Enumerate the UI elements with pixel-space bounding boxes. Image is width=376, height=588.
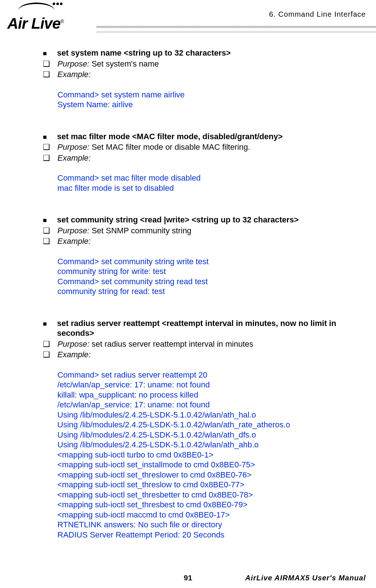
cli-section: ■ set system name <string up to 32 chara…: [43, 48, 369, 110]
bullet-hollow-icon: ❑: [43, 142, 51, 152]
command-title: set mac filter mode <MAC filter mode, di…: [57, 132, 369, 142]
page-body: ■ set system name <string up to 32 chara…: [43, 47, 369, 540]
bullet-hollow-icon: ❑: [43, 69, 51, 80]
logo-text: Air Live®: [7, 15, 64, 32]
output-line: RADIUS Server Reattempt Period: 20 Secon…: [57, 530, 369, 540]
output-line: Using /lib/modules/2.4.25-LSDK-5.1.0.42/…: [57, 410, 369, 420]
bullet-solid-icon: ■: [43, 132, 51, 141]
bullet-hollow-icon: ❑: [43, 59, 51, 69]
footer-manual-title: AirLive AIRMAX5 User's Manual: [245, 574, 366, 582]
output-line: Command> set community string write test: [57, 257, 369, 267]
example-label: Example:: [57, 236, 369, 246]
bullet-hollow-icon: ❑: [43, 226, 51, 236]
output-line: Using /lib/modules/2.4.25-LSDK-5.1.0.42/…: [57, 430, 369, 440]
example-output: Command> set mac filter mode disabled ma…: [57, 173, 369, 193]
purpose-line: Purpose: Set MAC filter mode or disable …: [57, 142, 369, 152]
output-line: System Name: airlive: [57, 100, 369, 110]
logo-dots-icon: [53, 3, 62, 5]
output-line: /etc/wlan/ap_service: 17: uname: not fou…: [57, 380, 369, 390]
command-title: set radius server reattempt <reattempt i…: [57, 318, 369, 338]
brand-logo: Air Live®: [4, 2, 98, 35]
command-title: set system name <string up to 32 charact…: [57, 48, 369, 58]
divider-icon: [96, 25, 376, 28]
output-line: Command> set mac filter mode disabled: [57, 173, 369, 183]
cli-section: ■ set mac filter mode <MAC filter mode, …: [43, 132, 369, 193]
page-number: 91: [184, 573, 192, 582]
bullet-solid-icon: ■: [43, 48, 51, 58]
example-label: Example:: [57, 350, 369, 360]
output-line: <mapping sub-ioctl set_installmode to cm…: [57, 460, 369, 470]
output-line: <mapping sub-ioctl maccmd to cmd 0x8BE0-…: [57, 510, 369, 520]
chapter-header: 6. Command Line Interface: [269, 10, 366, 19]
example-label: Example:: [57, 153, 369, 163]
output-line: <mapping sub-ioctl set_thresbetter to cm…: [57, 490, 369, 500]
output-line: /etc/wlan/ap_service: 17: uname: not fou…: [57, 400, 369, 410]
output-line: community string for write: test: [57, 266, 369, 277]
purpose-line: Purpose: set radius server reattempt int…: [57, 339, 369, 349]
command-title: set community string <read |write> <stri…: [57, 215, 369, 225]
output-line: <mapping sub-ioctl set_threslower to cmd…: [57, 470, 369, 480]
output-line: <mapping sub-ioctl set_thresbest to cmd …: [57, 500, 369, 510]
output-line: <mapping sub-ioctl set_threslow to cmd 0…: [57, 480, 369, 490]
output-line: community string for read: test: [57, 286, 369, 297]
bullet-solid-icon: ■: [43, 215, 51, 225]
output-line: mac filter mode is set to disabled: [57, 183, 369, 193]
cli-section: ■ set radius server reattempt <reattempt…: [43, 318, 369, 540]
divider-icon: [96, 31, 376, 33]
purpose-line: Purpose: Set system's name: [57, 59, 369, 69]
bullet-solid-icon: ■: [43, 318, 51, 328]
output-line: killall: wpa_supplicant: no process kill…: [57, 390, 369, 400]
output-line: RTNETLINK answers: No such file or direc…: [57, 520, 369, 530]
output-line: Command> set radius server reattempt 20: [57, 370, 369, 380]
example-label: Example:: [57, 69, 369, 80]
output-line: Command> set system name airlive: [57, 90, 369, 100]
output-line: Using /lib/modules/2.4.25-LSDK-5.1.0.42/…: [57, 440, 369, 450]
example-output: Command> set radius server reattempt 20 …: [57, 370, 369, 540]
bullet-hollow-icon: ❑: [43, 350, 51, 360]
purpose-line: Purpose: Set SNMP community string: [57, 226, 369, 236]
cli-section: ■ set community string <read |write> <st…: [43, 215, 369, 297]
example-output: Command> set system name airlive System …: [57, 90, 369, 110]
bullet-hollow-icon: ❑: [43, 153, 51, 163]
output-line: <mapping sub-ioctl turbo to cmd 0x8BE0-1…: [57, 450, 369, 460]
output-line: Command> set community string read test: [57, 277, 369, 287]
bullet-hollow-icon: ❑: [43, 339, 51, 349]
bullet-hollow-icon: ❑: [43, 236, 51, 246]
output-line: Using /lib/modules/2.4.25-LSDK-5.1.0.42/…: [57, 420, 369, 430]
example-output: Command> set community string write test…: [57, 257, 369, 297]
